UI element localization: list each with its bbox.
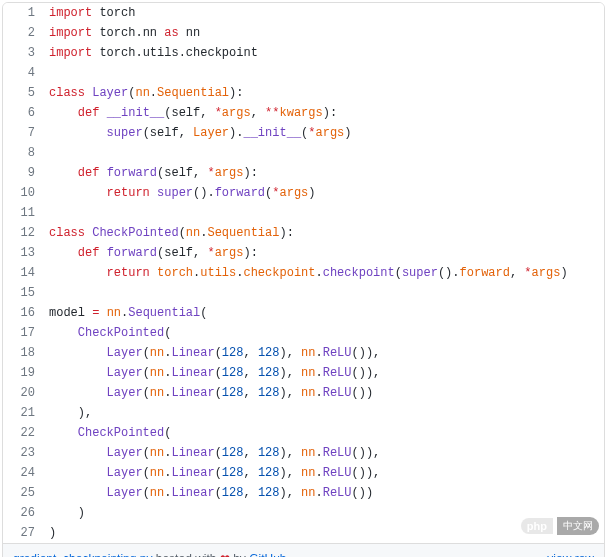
line-code[interactable]: Layer(nn.Linear(128, 128), nn.ReLU()), <box>45 443 380 463</box>
line-code[interactable]: return torch.utils.checkpoint.checkpoint… <box>45 263 568 283</box>
code-line: 13 def forward(self, *args): <box>3 243 604 263</box>
code-line: 27) <box>3 523 604 543</box>
line-number[interactable]: 14 <box>3 263 45 283</box>
heart-icon: ❤ <box>220 552 230 557</box>
line-code[interactable]: CheckPointed( <box>45 423 171 443</box>
code-line: 6 def __init__(self, *args, **kwargs): <box>3 103 604 123</box>
line-number[interactable]: 16 <box>3 303 45 323</box>
line-number[interactable]: 25 <box>3 483 45 503</box>
line-number[interactable]: 15 <box>3 283 45 303</box>
code-line: 8 <box>3 143 604 163</box>
view-raw-link[interactable]: view raw <box>547 552 594 557</box>
code-line: 22 CheckPointed( <box>3 423 604 443</box>
code-line: 24 Layer(nn.Linear(128, 128), nn.ReLU())… <box>3 463 604 483</box>
line-code[interactable]: def forward(self, *args): <box>45 163 258 183</box>
code-line: 21 ), <box>3 403 604 423</box>
code-line: 11 <box>3 203 604 223</box>
github-link[interactable]: GitHub <box>249 552 286 557</box>
filename-link[interactable]: gradient_checkpointing.py <box>13 552 152 557</box>
line-number[interactable]: 17 <box>3 323 45 343</box>
line-code[interactable]: Layer(nn.Linear(128, 128), nn.ReLU()) <box>45 483 373 503</box>
line-code[interactable]: return super().forward(*args) <box>45 183 316 203</box>
by-text: by <box>230 552 249 557</box>
line-number[interactable]: 27 <box>3 523 45 543</box>
code-line: 15 <box>3 283 604 303</box>
meta-left: gradient_checkpointing.py hosted with ❤ … <box>13 552 287 557</box>
line-code[interactable]: Layer(nn.Linear(128, 128), nn.ReLU()) <box>45 383 373 403</box>
code-line: 25 Layer(nn.Linear(128, 128), nn.ReLU()) <box>3 483 604 503</box>
line-code[interactable]: Layer(nn.Linear(128, 128), nn.ReLU()), <box>45 363 380 383</box>
code-line: 10 return super().forward(*args) <box>3 183 604 203</box>
line-number[interactable]: 20 <box>3 383 45 403</box>
line-number[interactable]: 18 <box>3 343 45 363</box>
line-number[interactable]: 8 <box>3 143 45 163</box>
watermark-text: 中文网 <box>557 517 599 535</box>
line-code[interactable]: Layer(nn.Linear(128, 128), nn.ReLU()), <box>45 463 380 483</box>
code-line: 17 CheckPointed( <box>3 323 604 343</box>
line-number[interactable]: 9 <box>3 163 45 183</box>
line-code[interactable] <box>45 63 49 83</box>
line-code[interactable]: class CheckPointed(nn.Sequential): <box>45 223 294 243</box>
line-number[interactable]: 21 <box>3 403 45 423</box>
line-code[interactable]: class Layer(nn.Sequential): <box>45 83 243 103</box>
code-line: 16model = nn.Sequential( <box>3 303 604 323</box>
code-line: 2import torch.nn as nn <box>3 23 604 43</box>
line-code[interactable]: import torch.nn as nn <box>45 23 200 43</box>
code-line: 18 Layer(nn.Linear(128, 128), nn.ReLU())… <box>3 343 604 363</box>
hosted-with-text: hosted with <box>152 552 219 557</box>
line-code[interactable]: def forward(self, *args): <box>45 243 258 263</box>
line-number[interactable]: 23 <box>3 443 45 463</box>
line-number[interactable]: 11 <box>3 203 45 223</box>
line-code[interactable]: CheckPointed( <box>45 323 171 343</box>
line-number[interactable]: 12 <box>3 223 45 243</box>
code-line: 3import torch.utils.checkpoint <box>3 43 604 63</box>
line-code[interactable]: def __init__(self, *args, **kwargs): <box>45 103 337 123</box>
line-code[interactable]: Layer(nn.Linear(128, 128), nn.ReLU()), <box>45 343 380 363</box>
line-number[interactable]: 3 <box>3 43 45 63</box>
line-number[interactable]: 2 <box>3 23 45 43</box>
line-code[interactable] <box>45 283 49 303</box>
watermark-badge: php <box>521 518 553 534</box>
code-area[interactable]: 1import torch2import torch.nn as nn3impo… <box>3 3 604 543</box>
line-number[interactable]: 13 <box>3 243 45 263</box>
code-line: 14 return torch.utils.checkpoint.checkpo… <box>3 263 604 283</box>
line-number[interactable]: 19 <box>3 363 45 383</box>
line-code[interactable]: import torch <box>45 3 135 23</box>
line-number[interactable]: 22 <box>3 423 45 443</box>
line-code[interactable]: ) <box>45 523 56 543</box>
line-number[interactable]: 4 <box>3 63 45 83</box>
code-line: 9 def forward(self, *args): <box>3 163 604 183</box>
code-line: 7 super(self, Layer).__init__(*args) <box>3 123 604 143</box>
line-number[interactable]: 6 <box>3 103 45 123</box>
line-code[interactable]: ), <box>45 403 92 423</box>
line-code[interactable]: super(self, Layer).__init__(*args) <box>45 123 352 143</box>
line-number[interactable]: 1 <box>3 3 45 23</box>
gist-meta: gradient_checkpointing.py hosted with ❤ … <box>3 543 604 557</box>
line-code[interactable]: model = nn.Sequential( <box>45 303 207 323</box>
line-number[interactable]: 24 <box>3 463 45 483</box>
code-line: 1import torch <box>3 3 604 23</box>
line-number[interactable]: 7 <box>3 123 45 143</box>
code-line: 19 Layer(nn.Linear(128, 128), nn.ReLU())… <box>3 363 604 383</box>
code-line: 12class CheckPointed(nn.Sequential): <box>3 223 604 243</box>
line-code[interactable]: ) <box>45 503 85 523</box>
code-line: 23 Layer(nn.Linear(128, 128), nn.ReLU())… <box>3 443 604 463</box>
line-number[interactable]: 10 <box>3 183 45 203</box>
gist-container: 1import torch2import torch.nn as nn3impo… <box>2 2 605 557</box>
line-code[interactable] <box>45 143 49 163</box>
line-code[interactable]: import torch.utils.checkpoint <box>45 43 258 63</box>
line-number[interactable]: 26 <box>3 503 45 523</box>
code-line: 26 ) <box>3 503 604 523</box>
code-line: 20 Layer(nn.Linear(128, 128), nn.ReLU()) <box>3 383 604 403</box>
code-line: 5class Layer(nn.Sequential): <box>3 83 604 103</box>
line-code[interactable] <box>45 203 49 223</box>
watermark: php中文网 <box>521 517 599 535</box>
code-line: 4 <box>3 63 604 83</box>
line-number[interactable]: 5 <box>3 83 45 103</box>
